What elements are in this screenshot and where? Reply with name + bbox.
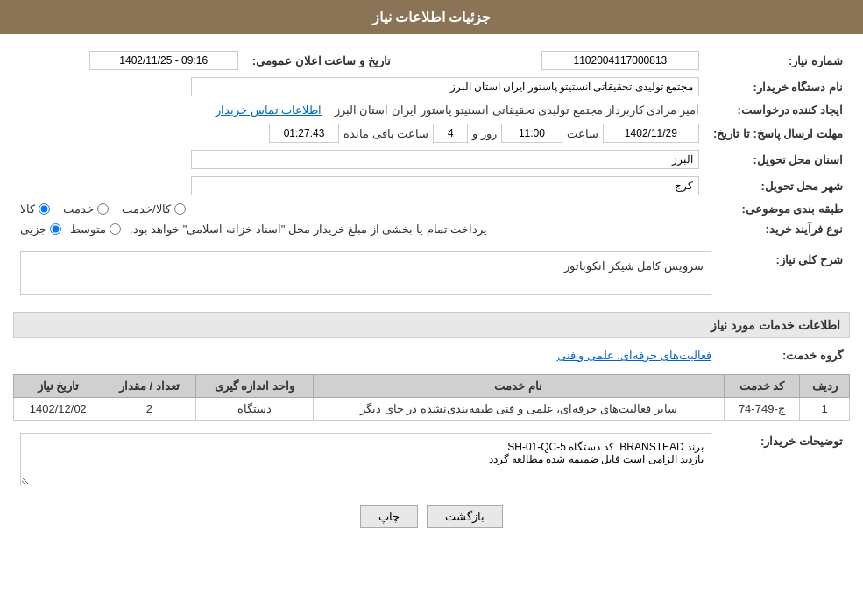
reply-deadline-label: مهلت ارسال پاسخ: تا تاریخ: — [706, 120, 850, 146]
content-area: شماره نیاز: تاریخ و ساعت اعلان عمومی: نا… — [0, 34, 863, 550]
buyer-org-value-cell — [13, 74, 706, 100]
province-label: استان محل تحویل: — [706, 146, 850, 173]
services-info-header: اطلاعات خدمات مورد نیاز — [13, 312, 850, 338]
province-row: استان محل تحویل: — [13, 146, 850, 173]
reply-remaining-label: ساعت باقی مانده — [343, 127, 428, 140]
buyer-org-row: نام دستگاه خریدار: — [13, 74, 850, 100]
table-row: 1 ج-749-74 سایر فعالیت‌های حرفه‌ای، علمی… — [14, 398, 850, 421]
creator-value-cell: امیر مرادی کاربرداز مجتمع تولیدی تحقیقات… — [13, 100, 706, 120]
category-kala-label: کالا — [20, 202, 35, 216]
col-name: نام خدمت — [313, 375, 724, 398]
category-kala-khadamat-option[interactable]: کالا/خدمت — [122, 202, 186, 216]
reply-days-label: روز و — [472, 127, 497, 140]
col-row: ردیف — [800, 375, 850, 398]
buyer-desc-textarea[interactable]: برند BRANSTEAD کد دستگاه SH-01-QC-5 بازد… — [20, 433, 711, 485]
category-khadamat-option[interactable]: خدمت — [63, 202, 109, 216]
need-number-row: شماره نیاز: تاریخ و ساعت اعلان عمومی: — [13, 47, 850, 74]
reply-time-label: ساعت — [567, 127, 598, 140]
creator-row: ایجاد کننده درخواست: امیر مرادی کاربرداز… — [13, 100, 850, 120]
need-number-value-cell — [462, 47, 706, 74]
page-title: جزئیات اطلاعات نیاز — [372, 10, 492, 25]
services-table: ردیف کد خدمت نام خدمت واحد اندازه گیری ت… — [13, 374, 850, 421]
need-number-label: شماره نیاز: — [706, 47, 850, 74]
reply-deadline-row: مهلت ارسال پاسخ: تا تاریخ: ساعت روز و سا… — [13, 120, 850, 146]
row-name: سایر فعالیت‌های حرفه‌ای، علمی و فنی طبقه… — [313, 398, 724, 421]
row-number: 1 — [800, 398, 850, 421]
city-row: شهر محل تحویل: — [13, 173, 850, 199]
services-table-head: ردیف کد خدمت نام خدمت واحد اندازه گیری ت… — [14, 375, 850, 398]
reply-date-input[interactable] — [603, 124, 699, 143]
col-unit: واحد اندازه گیری — [195, 375, 313, 398]
category-kala-khadamat-label: کالا/خدمت — [122, 202, 171, 216]
page-container: جزئیات اطلاعات نیاز شماره نیاز: تاریخ و … — [0, 0, 863, 616]
back-button[interactable]: بازگشت — [427, 505, 503, 528]
announcement-label: تاریخ و ساعت اعلان عمومی: — [245, 47, 462, 74]
col-date: تاریخ نیاز — [14, 375, 103, 398]
general-desc-box: سرویس کامل شیکر انکوباتور — [20, 251, 711, 295]
col-qty: تعداد / مقدار — [103, 375, 195, 398]
purchase-type-desc: پرداخت تمام یا بخشی از مبلغ خریدار محل "… — [130, 223, 487, 236]
category-row: طبقه بندی موضوعی: کالا/خدمت خدمت — [13, 199, 850, 219]
buttons-row: بازگشت چاپ — [13, 505, 850, 528]
purchase-mottavaset-option[interactable]: متوسط — [70, 223, 121, 236]
general-desc-label: شرح کلی نیاز: — [718, 248, 850, 303]
category-label: طبقه بندی موضوعی: — [706, 199, 850, 219]
purchase-type-value-cell: پرداخت تمام یا بخشی از مبلغ خریدار محل "… — [13, 219, 706, 239]
service-group-table: گروه خدمت: فعالیت‌های حرفه‌ای، علمی و فن… — [13, 345, 850, 365]
service-group-value[interactable]: فعالیت‌های حرفه‌ای، علمی و فنی — [557, 349, 711, 362]
buyer-desc-value-cell: برند BRANSTEAD کد دستگاه SH-01-QC-5 بازد… — [13, 429, 718, 492]
general-desc-row: شرح کلی نیاز: سرویس کامل شیکر انکوباتور — [13, 248, 850, 303]
province-input[interactable] — [191, 150, 699, 169]
service-group-row: گروه خدمت: فعالیت‌های حرفه‌ای، علمی و فن… — [13, 345, 850, 365]
buyer-org-label: نام دستگاه خریدار: — [706, 74, 850, 100]
creator-value: امیر مرادی کاربرداز مجتمع تولیدی تحقیقات… — [335, 103, 699, 117]
need-number-input[interactable] — [541, 51, 699, 70]
category-kala-option[interactable]: کالا — [20, 202, 50, 216]
buyer-desc-row: توضیحات خریدار: برند BRANSTEAD کد دستگاه… — [13, 429, 850, 492]
category-value-cell: کالا/خدمت خدمت کالا — [13, 199, 706, 219]
category-kala-radio[interactable] — [39, 203, 50, 215]
row-qty: 2 — [103, 398, 195, 421]
city-label: شهر محل تحویل: — [706, 173, 850, 199]
purchase-jozei-label: جزیی — [20, 223, 46, 236]
basic-info-table: شماره نیاز: تاریخ و ساعت اعلان عمومی: نا… — [13, 47, 850, 239]
province-value-cell — [13, 146, 706, 173]
buyer-org-input[interactable] — [191, 77, 699, 96]
reply-remaining-input[interactable] — [269, 124, 339, 143]
contact-link[interactable]: اطلاعات تماس خریدار — [216, 103, 322, 117]
general-desc-value-cell: سرویس کامل شیکر انکوباتور — [13, 248, 718, 303]
reply-days-input[interactable] — [433, 124, 468, 143]
purchase-jozei-option[interactable]: جزیی — [20, 223, 61, 236]
purchase-mottavaset-label: متوسط — [70, 223, 106, 236]
city-value-cell — [13, 173, 706, 199]
services-table-body: 1 ج-749-74 سایر فعالیت‌های حرفه‌ای، علمی… — [14, 398, 850, 421]
buyer-desc-table: توضیحات خریدار: برند BRANSTEAD کد دستگاه… — [13, 429, 850, 492]
buyer-desc-label: توضیحات خریدار: — [718, 429, 850, 492]
purchase-jozei-radio[interactable] — [50, 223, 61, 235]
service-group-label: گروه خدمت: — [718, 345, 850, 365]
reply-time-input[interactable] — [501, 124, 562, 143]
category-khadamat-radio[interactable] — [97, 203, 109, 215]
general-desc-value: سرویس کامل شیکر انکوباتور — [564, 259, 704, 273]
city-input[interactable] — [191, 176, 699, 195]
row-date: 1402/12/02 — [14, 398, 103, 421]
announcement-input[interactable] — [89, 51, 238, 70]
category-khadamat-label: خدمت — [63, 202, 94, 216]
row-code: ج-749-74 — [724, 398, 799, 421]
services-table-header-row: ردیف کد خدمت نام خدمت واحد اندازه گیری ت… — [14, 375, 850, 398]
announcement-value-cell — [13, 47, 245, 74]
purchase-mottavaset-radio[interactable] — [110, 223, 121, 235]
page-header: جزئیات اطلاعات نیاز — [0, 0, 863, 34]
purchase-type-row: نوع فرآیند خرید: پرداخت تمام یا بخشی از … — [13, 219, 850, 239]
reply-deadline-value-cell: ساعت روز و ساعت باقی مانده — [13, 120, 706, 146]
service-group-value-cell: فعالیت‌های حرفه‌ای، علمی و فنی — [13, 345, 718, 365]
category-kala-khadamat-radio[interactable] — [174, 203, 186, 215]
row-unit: دستگاه — [195, 398, 313, 421]
purchase-type-label: نوع فرآیند خرید: — [706, 219, 850, 239]
col-code: کد خدمت — [724, 375, 799, 398]
general-desc-table: شرح کلی نیاز: سرویس کامل شیکر انکوباتور — [13, 248, 850, 303]
print-button[interactable]: چاپ — [360, 505, 418, 528]
creator-label: ایجاد کننده درخواست: — [706, 100, 850, 120]
